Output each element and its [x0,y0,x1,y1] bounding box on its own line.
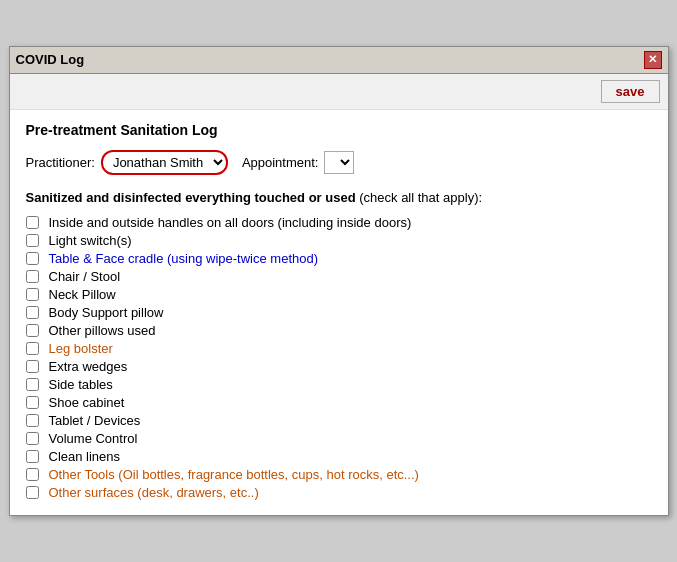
checklist-checkbox[interactable] [26,234,39,247]
checklist-item-text: Other pillows used [49,323,156,338]
checklist-item-text: Leg bolster [49,341,113,356]
checklist-checkbox[interactable] [26,432,39,445]
checklist-item-text: Volume Control [49,431,138,446]
checklist: Inside and outside handles on all doors … [26,215,652,500]
covid-log-window: COVID Log ✕ save Pre-treatment Sanitatio… [9,46,669,516]
checklist-item-text: Table & Face cradle (using wipe-twice me… [49,251,319,266]
checklist-item-text: Tablet / Devices [49,413,141,428]
list-item: Neck Pillow [26,287,652,302]
checklist-checkbox[interactable] [26,342,39,355]
save-button[interactable]: save [601,80,660,103]
practitioner-select[interactable]: Jonathan Smith [101,150,228,175]
checklist-item-text: Other Tools (Oil bottles, fragrance bott… [49,467,419,482]
checklist-item-text: Light switch(s) [49,233,132,248]
checklist-checkbox[interactable] [26,468,39,481]
checklist-checkbox[interactable] [26,288,39,301]
sanitation-heading-bold: Sanitized and disinfected everything tou… [26,190,356,205]
checklist-checkbox[interactable] [26,252,39,265]
checklist-checkbox[interactable] [26,216,39,229]
checklist-checkbox[interactable] [26,414,39,427]
list-item: Leg bolster [26,341,652,356]
checklist-item-text: Inside and outside handles on all doors … [49,215,412,230]
sanitation-heading: Sanitized and disinfected everything tou… [26,189,652,207]
checklist-checkbox[interactable] [26,486,39,499]
list-item: Tablet / Devices [26,413,652,428]
list-item: Inside and outside handles on all doors … [26,215,652,230]
list-item: Extra wedges [26,359,652,374]
checklist-checkbox[interactable] [26,396,39,409]
checklist-item-text: Side tables [49,377,113,392]
appointment-label: Appointment: [242,155,319,170]
checklist-item-text: Chair / Stool [49,269,121,284]
list-item: Table & Face cradle (using wipe-twice me… [26,251,652,266]
checklist-item-text: Neck Pillow [49,287,116,302]
list-item: Other surfaces (desk, drawers, etc..) [26,485,652,500]
window-title: COVID Log [16,52,85,67]
list-item: Shoe cabinet [26,395,652,410]
toolbar: save [10,74,668,110]
list-item: Volume Control [26,431,652,446]
checklist-checkbox[interactable] [26,270,39,283]
list-item: Other pillows used [26,323,652,338]
list-item: Other Tools (Oil bottles, fragrance bott… [26,467,652,482]
checklist-item-text: Other surfaces (desk, drawers, etc..) [49,485,259,500]
practitioner-label: Practitioner: [26,155,95,170]
checklist-checkbox[interactable] [26,306,39,319]
checklist-checkbox[interactable] [26,378,39,391]
list-item: Side tables [26,377,652,392]
section-title: Pre-treatment Sanitation Log [26,122,652,138]
list-item: Clean linens [26,449,652,464]
checklist-checkbox[interactable] [26,360,39,373]
titlebar: COVID Log ✕ [10,47,668,74]
sanitation-heading-rest: (check all that apply): [356,190,482,205]
practitioner-row: Practitioner: Jonathan Smith Appointment… [26,150,652,175]
content-area: Pre-treatment Sanitation Log Practitione… [10,110,668,515]
checklist-checkbox[interactable] [26,324,39,337]
checklist-item-text: Clean linens [49,449,121,464]
appointment-select[interactable] [324,151,354,174]
list-item: Light switch(s) [26,233,652,248]
list-item: Chair / Stool [26,269,652,284]
checklist-item-text: Extra wedges [49,359,128,374]
checklist-item-text: Body Support pillow [49,305,164,320]
checklist-item-text: Shoe cabinet [49,395,125,410]
list-item: Body Support pillow [26,305,652,320]
close-button[interactable]: ✕ [644,51,662,69]
checklist-checkbox[interactable] [26,450,39,463]
